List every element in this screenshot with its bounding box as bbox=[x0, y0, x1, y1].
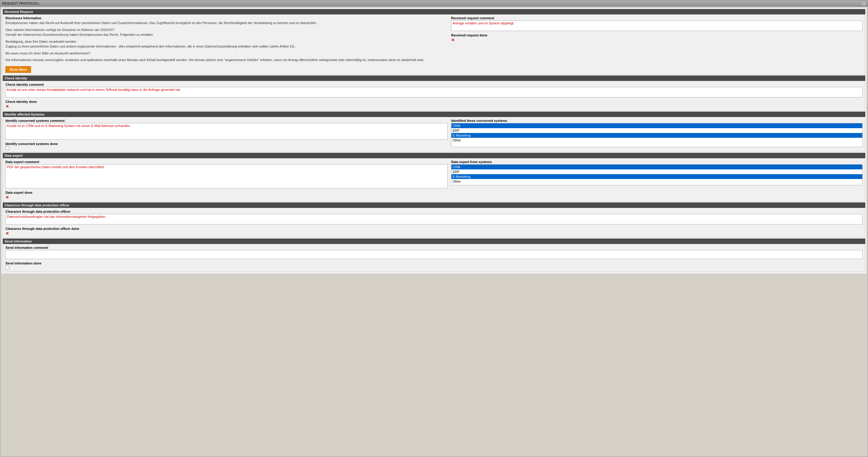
export-comment-textarea[interactable]: PDF der gespeicherten Daten erstellt und… bbox=[5, 164, 447, 188]
disclosure-label: Disclosure Information bbox=[5, 16, 447, 20]
export-systems-select[interactable]: CRM ERP E-Marketing Other bbox=[451, 164, 863, 185]
window: REQUEST PROTOCOLL — Received Request Dis… bbox=[0, 0, 868, 457]
title-bar: REQUEST PROTOCOLL — bbox=[0, 0, 868, 7]
identify-affected-content: Identify concerned systems comment Kunde… bbox=[5, 119, 863, 150]
identify-done-row bbox=[5, 146, 447, 150]
received-request-section: Received Request Disclosure Information … bbox=[3, 9, 865, 75]
identify-done-checkbox[interactable] bbox=[5, 146, 9, 150]
disclosure-p5: Die Informationen müssen unverzüglich, k… bbox=[5, 58, 447, 63]
title-bar-buttons: — bbox=[861, 1, 866, 5]
data-export-body: Data export comment PDF der gespeicherte… bbox=[3, 158, 865, 202]
clearance-textarea[interactable]: Datenschutzbeauftragter hat das Informat… bbox=[5, 214, 863, 224]
disclosure-p2: Über welche Informationen verfügt ein Ei… bbox=[5, 27, 447, 37]
check-identity-header: Check Identity bbox=[3, 75, 865, 81]
check-identity-done-label: Check identity done bbox=[5, 100, 863, 103]
identify-affected-left: Identify concerned systems comment Kunde… bbox=[5, 119, 447, 150]
check-identity-done-row: ✕ bbox=[5, 104, 863, 109]
received-request-right: Received request comment Anfrage erhalte… bbox=[451, 16, 863, 73]
show-more-button[interactable]: Show More bbox=[5, 66, 31, 73]
clearance-header: Clearence through data protection office… bbox=[3, 203, 865, 208]
export-done-x: ✕ bbox=[5, 195, 9, 200]
clearance-done-row: ✕ bbox=[5, 231, 863, 236]
received-done-row: ✕ bbox=[451, 38, 863, 42]
send-info-section: Send information Send information commen… bbox=[3, 239, 865, 272]
identified-systems-label: Identified these concerned systems bbox=[451, 119, 863, 122]
identify-affected-section: Identify affected Systems Identify conce… bbox=[3, 112, 865, 152]
send-info-textarea[interactable] bbox=[5, 250, 863, 259]
send-info-comment-label: Send information comment bbox=[5, 246, 863, 249]
clearance-done-x: ✕ bbox=[5, 231, 9, 236]
identify-done-label: Identify concerned systems done bbox=[5, 142, 447, 146]
received-done-label: Received request done bbox=[451, 33, 863, 37]
send-info-done-row bbox=[5, 266, 863, 270]
minimize-button[interactable]: — bbox=[861, 1, 866, 5]
received-request-content: Disclosure Information Einzelpersonen ha… bbox=[5, 16, 863, 73]
identify-comment-label: Identify concerned systems comment bbox=[5, 119, 447, 122]
send-info-done-checkbox[interactable] bbox=[5, 266, 9, 270]
disclosure-p1: Einzelpersonen haben das Recht auf Ausku… bbox=[5, 21, 447, 26]
received-done-x: ✕ bbox=[451, 38, 455, 42]
export-crm-option[interactable]: CRM bbox=[452, 164, 862, 170]
content-area: Received Request Disclosure Information … bbox=[1, 8, 867, 273]
crm-option[interactable]: CRM bbox=[452, 123, 862, 128]
identify-affected-body: Identify concerned systems comment Kunde… bbox=[3, 117, 865, 152]
send-info-done-label: Send information done bbox=[5, 262, 863, 265]
identified-systems-select[interactable]: CRM ERP E-Marketing Other bbox=[451, 123, 863, 147]
received-request-left: Disclosure Information Einzelpersonen ha… bbox=[5, 16, 447, 73]
export-erp-option[interactable]: ERP bbox=[452, 170, 862, 174]
data-export-right: Data export from systems CRM ERP E-Marke… bbox=[451, 160, 863, 200]
check-identity-section: Check Identity Check identity comment Ku… bbox=[3, 75, 865, 111]
data-export-content: Data export comment PDF der gespeicherte… bbox=[5, 160, 863, 200]
clearance-section: Clearence through data protection office… bbox=[3, 203, 865, 238]
check-identity-comment-label: Check identity comment bbox=[5, 83, 863, 86]
disclosure-text: Einzelpersonen haben das Recht auf Ausku… bbox=[5, 21, 447, 63]
disclosure-p4: Bis wann muss ich einer Bitte um Auskunf… bbox=[5, 51, 447, 56]
check-identity-body: Check identity comment Kunde ist uns unt… bbox=[3, 81, 865, 111]
emarketing-option[interactable]: E-Marketing bbox=[452, 133, 862, 138]
window-title: REQUEST PROTOCOLL bbox=[2, 1, 40, 5]
clearance-done-label: Clearance through data protection office… bbox=[5, 227, 863, 231]
disclosure-p3: Bestätigung, dass ihre Daten verarbeitet… bbox=[5, 39, 447, 49]
export-done-label: Data export done bbox=[5, 191, 447, 194]
send-info-body: Send information comment Send informatio… bbox=[3, 244, 865, 272]
check-identity-x: ✕ bbox=[5, 104, 9, 109]
clearance-body: Clearance through data protection office… bbox=[3, 208, 865, 238]
identify-affected-right: Identified these concerned systems CRM E… bbox=[451, 119, 863, 150]
data-export-section: Data export Data export comment PDF der … bbox=[3, 153, 865, 202]
data-export-left: Data export comment PDF der gespeicherte… bbox=[5, 160, 447, 200]
identify-comment-textarea[interactable]: Kunde ist im CRM und im E-Marketing Syst… bbox=[5, 123, 447, 140]
other-option[interactable]: Other bbox=[452, 138, 862, 143]
received-request-header: Received Request bbox=[3, 9, 865, 14]
export-other-option[interactable]: Other bbox=[452, 179, 862, 184]
identify-affected-header: Identify affected Systems bbox=[3, 112, 865, 117]
export-emarketing-option[interactable]: E-Marketing bbox=[452, 174, 862, 179]
clearance-officer-label: Clearance through data protection office… bbox=[5, 210, 863, 213]
erp-option[interactable]: ERP bbox=[452, 128, 862, 133]
data-export-header: Data export bbox=[3, 153, 865, 158]
send-info-header: Send information bbox=[3, 239, 865, 244]
check-identity-textarea[interactable]: Kunde ist uns unter seinen Kontaktdaten … bbox=[5, 87, 863, 97]
received-comment-textarea[interactable]: Anfrage erhalten und im System abgelegt bbox=[451, 21, 863, 31]
received-comment-label: Received request comment bbox=[451, 16, 863, 20]
export-from-label: Data export from systems bbox=[451, 160, 863, 164]
export-done-row: ✕ bbox=[5, 195, 447, 200]
export-comment-label: Data export comment bbox=[5, 160, 447, 164]
received-request-body: Disclosure Information Einzelpersonen ha… bbox=[3, 14, 865, 75]
